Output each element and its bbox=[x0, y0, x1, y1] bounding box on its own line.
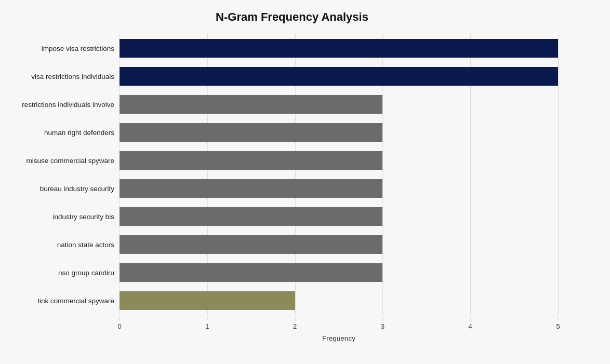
x-tick: 1 bbox=[205, 317, 209, 330]
bar-row: restrictions individuals involve bbox=[120, 90, 558, 118]
chart-area: impose visa restrictionsvisa restriction… bbox=[120, 34, 558, 315]
x-tick-line bbox=[207, 317, 207, 320]
bar-label: nation state actors bbox=[5, 241, 114, 249]
x-tick-line bbox=[295, 317, 295, 320]
x-tick-label: 5 bbox=[556, 322, 560, 330]
bar-label: industry security bis bbox=[5, 213, 114, 221]
bar-row: nso group candiru bbox=[120, 259, 558, 287]
bar-track bbox=[120, 235, 558, 254]
bar-track bbox=[120, 263, 558, 282]
bar-track bbox=[120, 39, 558, 58]
x-tick-label: 3 bbox=[381, 322, 384, 330]
bar-row: human right defenders bbox=[120, 118, 558, 146]
bar-fill bbox=[120, 67, 558, 86]
x-tick: 5 bbox=[556, 317, 560, 330]
bar-label: nso group candiru bbox=[5, 269, 114, 277]
bar-row: industry security bis bbox=[120, 203, 558, 231]
x-axis-title: Frequency bbox=[120, 334, 558, 342]
bar-row: visa restrictions individuals bbox=[120, 62, 558, 90]
bar-track bbox=[120, 67, 558, 86]
bar-row: bureau industry security bbox=[120, 174, 558, 203]
bar-fill bbox=[120, 263, 382, 282]
x-tick-line bbox=[382, 317, 383, 320]
x-tick-label: 0 bbox=[117, 322, 121, 330]
bar-track bbox=[120, 291, 558, 310]
grid-line-5 bbox=[558, 34, 559, 315]
x-tick: 3 bbox=[381, 317, 384, 330]
bar-fill bbox=[120, 207, 382, 226]
x-tick-line bbox=[470, 317, 471, 320]
bar-row: misuse commercial spyware bbox=[120, 146, 558, 174]
bar-track bbox=[120, 207, 558, 226]
bar-row: link commercial spyware bbox=[120, 287, 558, 315]
x-tick-label: 2 bbox=[293, 322, 297, 330]
x-tick-line bbox=[558, 317, 558, 320]
bar-fill bbox=[120, 151, 382, 170]
bar-label: human right defenders bbox=[5, 129, 114, 137]
x-tick-label: 4 bbox=[469, 322, 472, 330]
bar-track bbox=[120, 151, 558, 170]
chart-title: N-Gram Frequency Analysis bbox=[5, 10, 579, 24]
bar-fill bbox=[120, 179, 382, 198]
bar-label: restrictions individuals involve bbox=[5, 101, 114, 109]
bar-fill bbox=[120, 235, 382, 254]
bar-fill bbox=[120, 39, 558, 58]
x-tick-label: 1 bbox=[205, 322, 209, 330]
bar-fill bbox=[120, 123, 382, 142]
bar-track bbox=[120, 95, 558, 114]
bar-row: nation state actors bbox=[120, 231, 558, 259]
bar-fill bbox=[120, 291, 295, 310]
chart-container: N-Gram Frequency Analysis impose visa re… bbox=[0, 0, 610, 364]
x-tick: 2 bbox=[293, 317, 297, 330]
x-axis: 012345 bbox=[120, 317, 558, 332]
x-tick-line bbox=[119, 317, 120, 320]
bar-row: impose visa restrictions bbox=[120, 34, 558, 62]
bar-track bbox=[120, 179, 558, 198]
bar-label: bureau industry security bbox=[5, 185, 114, 193]
bar-label: misuse commercial spyware bbox=[5, 157, 114, 165]
bar-label: visa restrictions individuals bbox=[5, 73, 114, 80]
bar-label: impose visa restrictions bbox=[5, 45, 114, 52]
x-tick: 4 bbox=[469, 317, 472, 330]
bar-fill bbox=[120, 95, 382, 114]
bar-label: link commercial spyware bbox=[5, 297, 114, 305]
bars-wrapper: impose visa restrictionsvisa restriction… bbox=[5, 34, 579, 315]
bar-track bbox=[120, 123, 558, 142]
x-tick: 0 bbox=[117, 317, 121, 330]
